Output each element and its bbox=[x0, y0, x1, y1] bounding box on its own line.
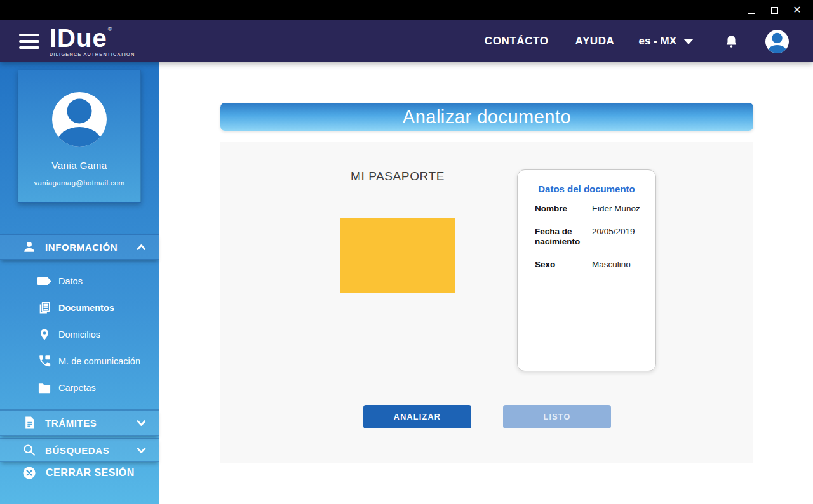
person-icon bbox=[22, 240, 37, 254]
sidebar-item-datos[interactable]: Datos bbox=[0, 268, 159, 295]
contact-link[interactable]: CONTÁCTO bbox=[485, 35, 549, 48]
field-value: Masculino bbox=[592, 260, 647, 270]
page-title: Analizar documento bbox=[403, 107, 571, 128]
document-label: MI PASAPORTE bbox=[302, 169, 493, 183]
informacion-submenu: Datos Documentos Domicilios bbox=[0, 260, 159, 406]
logout-label: CERRAR SESIÓN bbox=[46, 467, 135, 479]
document-data-card: Datos del documento Nombre Eider Muñoz F… bbox=[517, 169, 656, 371]
person-icon bbox=[52, 92, 107, 147]
avatar bbox=[52, 92, 107, 147]
logo-tagline: DILIGENCE AUTHENTICATION bbox=[50, 52, 135, 56]
phone-icon bbox=[36, 354, 53, 368]
profile-email: vaniagamag@hotmail.com bbox=[34, 179, 125, 187]
location-pin-icon bbox=[36, 328, 53, 342]
field-value: Eider Muñoz bbox=[592, 204, 647, 214]
folder-icon bbox=[36, 381, 53, 394]
analyze-button[interactable]: ANALIZAR bbox=[363, 405, 471, 428]
sidebar-section-informacion[interactable]: INFORMACIÓN bbox=[0, 234, 159, 260]
minimize-button[interactable] bbox=[742, 1, 761, 19]
hamburger-icon bbox=[19, 46, 39, 49]
maximize-button[interactable] bbox=[765, 1, 784, 19]
bell-icon bbox=[724, 34, 739, 49]
file-icon bbox=[22, 416, 37, 430]
field-label: Sexo bbox=[535, 260, 588, 270]
header-nav: CONTÁCTO AYUDA es - MX bbox=[485, 30, 789, 53]
circle-x-icon bbox=[22, 466, 37, 480]
maximize-icon bbox=[771, 7, 778, 14]
field-value: 20/05/2019 bbox=[592, 227, 647, 247]
sidebar: Vania Gama vaniagamag@hotmail.com INFORM… bbox=[0, 62, 159, 504]
sidebar-section-label: TRÁMITES bbox=[45, 418, 137, 428]
logo-text: IDue bbox=[50, 25, 107, 51]
sidebar-item-label: M. de comunicación bbox=[58, 356, 140, 366]
content-panel: MI PASAPORTE Datos del documento Nombre … bbox=[220, 142, 753, 463]
notifications-button[interactable] bbox=[724, 34, 739, 49]
window-titlebar: ✕ bbox=[0, 0, 813, 20]
sidebar-item-documentos[interactable]: Documentos bbox=[0, 295, 159, 321]
sidebar-section-label: INFORMACIÓN bbox=[45, 242, 137, 253]
user-avatar[interactable] bbox=[765, 30, 789, 53]
language-label: es - MX bbox=[638, 35, 676, 48]
help-link[interactable]: AYUDA bbox=[575, 35, 615, 48]
language-selector[interactable]: es - MX bbox=[638, 35, 694, 48]
field-row-nombre: Nombre Eider Muñoz bbox=[535, 204, 647, 214]
profile-name: Vania Gama bbox=[51, 160, 107, 171]
search-icon bbox=[22, 443, 37, 457]
profile-card: Vania Gama vaniagamag@hotmail.com bbox=[18, 70, 141, 203]
close-button[interactable]: ✕ bbox=[788, 1, 807, 19]
sidebar-item-domicilios[interactable]: Domicilios bbox=[0, 321, 159, 348]
chevron-down-icon bbox=[137, 447, 146, 454]
registered-mark: ® bbox=[108, 27, 112, 32]
sidebar-item-label: Domicilios bbox=[58, 329, 100, 340]
page-title-banner: Analizar documento bbox=[220, 103, 753, 131]
field-row-sexo: Sexo Masculino bbox=[535, 260, 647, 270]
documents-icon bbox=[36, 301, 53, 315]
sidebar-section-label: BÚSQUEDAS bbox=[45, 445, 137, 456]
minimize-icon bbox=[748, 13, 755, 14]
chevron-up-icon bbox=[137, 244, 146, 251]
field-label: Fecha de nacimiento bbox=[535, 227, 588, 247]
sidebar-section-busquedas[interactable]: BÚSQUEDAS bbox=[0, 438, 159, 462]
sidebar-item-carpetas[interactable]: Carpetas bbox=[0, 375, 159, 401]
logout-button[interactable]: CERRAR SESIÓN bbox=[0, 463, 159, 482]
menu-button[interactable] bbox=[19, 34, 39, 49]
card-title: Datos del documento bbox=[518, 183, 655, 194]
hamburger-icon bbox=[19, 40, 39, 43]
chevron-down-icon bbox=[683, 39, 694, 44]
app-header: IDue ® DILIGENCE AUTHENTICATION CONTÁCTO… bbox=[0, 20, 813, 62]
document-preview bbox=[340, 218, 455, 293]
hamburger-icon bbox=[19, 34, 39, 36]
sidebar-item-label: Documentos bbox=[58, 303, 114, 313]
field-row-fecha-nacimiento: Fecha de nacimiento 20/05/2019 bbox=[535, 227, 647, 247]
chevron-down-icon bbox=[137, 420, 146, 427]
sidebar-item-label: Carpetas bbox=[58, 383, 96, 393]
person-icon bbox=[765, 30, 789, 53]
field-label: Nombre bbox=[535, 204, 588, 214]
ready-button[interactable]: LISTO bbox=[503, 405, 611, 428]
sidebar-item-label: Datos bbox=[58, 276, 83, 286]
card-rows: Nombre Eider Muñoz Fecha de nacimiento 2… bbox=[535, 204, 647, 270]
app-logo: IDue ® DILIGENCE AUTHENTICATION bbox=[50, 25, 135, 56]
tag-icon bbox=[36, 277, 53, 286]
sidebar-item-comunicacion[interactable]: M. de comunicación bbox=[0, 348, 159, 375]
sidebar-section-tramites[interactable]: TRÁMITES bbox=[0, 409, 159, 436]
